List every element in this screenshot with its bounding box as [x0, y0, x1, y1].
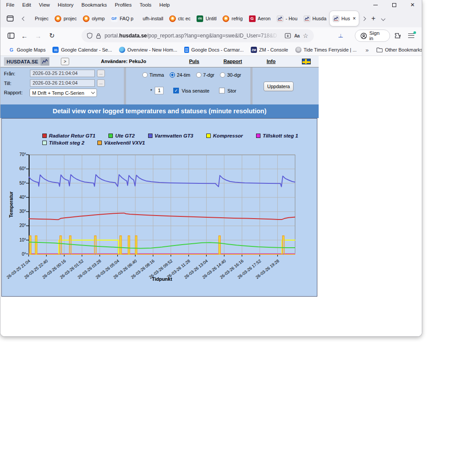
from-date-input[interactable]: 2026-03-25 21:04:04: [30, 70, 95, 77]
back-icon: ←: [21, 32, 28, 40]
maximize-button[interactable]: [385, 0, 403, 10]
minimize-button[interactable]: [366, 0, 385, 10]
bookmark-label: ZM - Console: [259, 47, 288, 52]
menu-bookmarks[interactable]: Bookmarks: [78, 2, 111, 7]
to-date-picker-button[interactable]: ...: [97, 79, 105, 87]
legend-label: Tillskott steg 2: [49, 140, 84, 145]
avatar-icon: [361, 33, 367, 39]
scroll-tabs-left-button[interactable]: [19, 12, 29, 25]
tab-faq-p[interactable]: GFFAQ p: [108, 11, 137, 26]
tab-ctc-ec[interactable]: ctc ec: [166, 11, 194, 26]
firefox-view-button[interactable]: [4, 12, 16, 25]
header-link-puls[interactable]: Puls: [189, 59, 199, 64]
close-button[interactable]: ✕: [403, 0, 422, 10]
stor-checkbox[interactable]: [219, 88, 225, 93]
scroll-tabs-right-button[interactable]: [359, 12, 368, 25]
sign-in-button[interactable]: Sign in: [355, 30, 390, 42]
menu-edit[interactable]: Edit: [19, 2, 35, 7]
bookmark-overview-new-hom[interactable]: Overview - New Hom...: [115, 45, 181, 55]
tab-hou[interactable]: - Hou: [274, 11, 301, 26]
tab-ufh-install[interactable]: ufh-install: [137, 11, 166, 26]
legend-tillskott-steg-2: Tillskott steg 2: [42, 140, 84, 145]
legend-v-xelventil-vxv1: Växelventil VXV1: [97, 140, 145, 145]
reload-button[interactable]: ↻: [46, 30, 58, 42]
bookmark-google-calendar-se[interactable]: 31Google Calendar - Se...: [49, 45, 115, 55]
radio-label: 30-dgr: [227, 72, 241, 78]
multiplier-input[interactable]: 1: [155, 87, 164, 94]
tab-olymp[interactable]: olymp: [80, 11, 108, 26]
bookmark-label: Google Maps: [17, 47, 45, 52]
radio-option-30-dgr[interactable]: 30-dgr: [220, 72, 241, 78]
visa-senaste-label: Visa senaste: [182, 88, 209, 93]
url-text[interactable]: portal.husdata.se/pop_report.asp?lang=en…: [104, 33, 281, 39]
menu-view[interactable]: View: [35, 2, 54, 7]
legend-label: Radiator Retur GT1: [49, 133, 95, 138]
header-next-button[interactable]: >: [61, 58, 69, 65]
other-bookmarks-button[interactable]: Other Bookmarks: [373, 45, 422, 55]
downloads-button[interactable]: ↓: [335, 30, 347, 42]
lock-icon[interactable]: [96, 33, 101, 39]
radio-option-7-dgr[interactable]: 7-dgr: [196, 72, 215, 78]
visa-senaste-checkbox[interactable]: ✓: [173, 88, 179, 93]
bookmark-zm-console[interactable]: ZMZM - Console: [247, 45, 292, 55]
chart-panel: Radiator Retur GT1Ute GT2Varmvatten GT3K…: [1, 118, 317, 297]
radio-unchecked-icon: [142, 72, 148, 78]
bookmark-google-docs-carmar[interactable]: Google Docs - Carmar...: [181, 45, 247, 55]
multiplier-label: *: [150, 88, 152, 93]
legend-label: Kompressor: [213, 133, 243, 138]
favicon-gred: G: [249, 15, 256, 22]
extensions-button[interactable]: [392, 30, 404, 42]
menu-help[interactable]: Help: [156, 2, 174, 7]
tab-hus[interactable]: Hus×: [330, 11, 359, 26]
husdata-logo[interactable]: HUSDATA.SE: [4, 57, 49, 66]
list-all-tabs-button[interactable]: [378, 12, 388, 25]
tab-aeron[interactable]: GAeron: [246, 11, 274, 26]
save-page-icon[interactable]: [285, 33, 291, 39]
shield-icon[interactable]: [87, 33, 93, 39]
menu-file[interactable]: File: [2, 2, 19, 7]
browser-window: FileEditViewHistoryBookmarksProfilesTool…: [0, 0, 422, 337]
radio-option-24-tim[interactable]: 24-tim: [170, 72, 190, 78]
bookmark-google-maps[interactable]: GGoogle Maps: [5, 45, 49, 55]
tab-projec[interactable]: Projec: [29, 11, 52, 26]
to-date-input[interactable]: 2026-03-26 21:04:04: [30, 79, 95, 87]
menu-history[interactable]: History: [54, 2, 78, 7]
bookmark-tide-times-ferryside[interactable]: Tide Times Ferryside | ...: [292, 45, 360, 55]
url-bar[interactable]: portal.husdata.se/pop_report.asp?lang=en…: [82, 29, 313, 42]
legend-swatch: [97, 141, 102, 145]
overview-icon: [119, 47, 125, 53]
logo-chart-icon: [41, 57, 49, 66]
tab-refrig[interactable]: refrig: [219, 11, 245, 26]
bookmarks-overflow-button[interactable]: »: [362, 47, 372, 53]
tab-husda[interactable]: Husda: [301, 11, 330, 26]
sidebar-button[interactable]: [5, 30, 17, 42]
menu-icon: [408, 33, 414, 38]
tab-untitl[interactable]: ctcUntitl: [193, 11, 219, 26]
legend-label: Växelventil VXV1: [104, 140, 145, 145]
update-button[interactable]: Uppdatera: [264, 82, 294, 91]
legend-ute-gt2: Ute GT2: [108, 133, 134, 138]
bookmark-label: Tide Times Ferryside | ...: [304, 47, 357, 52]
radio-label: 24-tim: [177, 72, 190, 78]
y-tick-label: 10°: [7, 238, 26, 242]
back-button[interactable]: ←: [19, 30, 30, 42]
header-link-rapport[interactable]: Rapport: [223, 59, 242, 64]
translate-icon[interactable]: Aa: [294, 33, 299, 38]
from-date-picker-button[interactable]: ...: [97, 70, 105, 77]
report-select[interactable]: M Drift + Temp C-Serien: [30, 89, 97, 97]
swedish-flag-icon[interactable]: [302, 59, 311, 64]
menu-profiles[interactable]: Profiles: [111, 2, 135, 7]
report-form: Från: 2026-03-25 21:04:04 ... Till: 2026…: [0, 67, 319, 104]
menu-tools[interactable]: Tools: [136, 2, 156, 7]
new-tab-button[interactable]: +: [368, 12, 378, 25]
favicon-none: [32, 15, 33, 22]
tab-projec[interactable]: projec: [52, 11, 80, 26]
header-link-info[interactable]: Info: [267, 59, 275, 64]
radio-option-timma[interactable]: Timma: [142, 72, 164, 78]
forward-button[interactable]: →: [32, 30, 44, 42]
tab-close-button[interactable]: ×: [353, 15, 356, 22]
favicon-orange-circle: [55, 15, 61, 22]
bookmark-star-icon[interactable]: ☆: [303, 32, 309, 39]
app-menu-button[interactable]: [405, 30, 417, 42]
gmaps-icon: G: [8, 47, 15, 53]
